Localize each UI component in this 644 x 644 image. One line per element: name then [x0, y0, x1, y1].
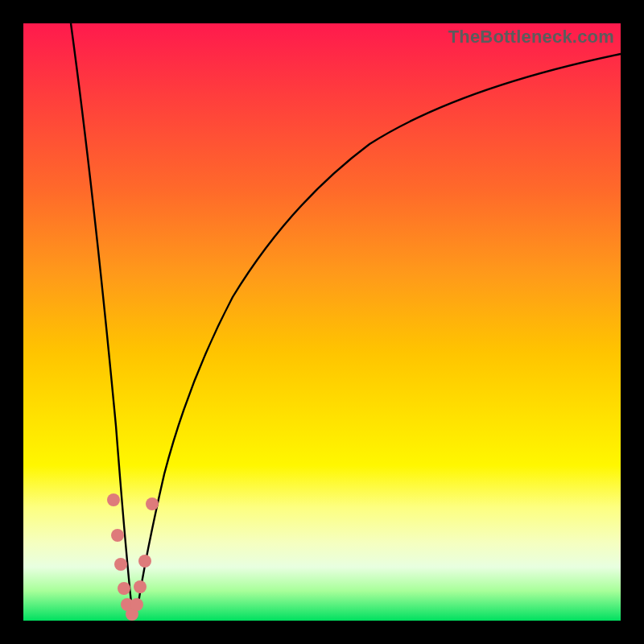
- data-marker: [130, 598, 143, 611]
- chart-svg: [23, 23, 621, 621]
- data-marker: [111, 529, 124, 542]
- plot-area: TheBottleneck.com: [23, 23, 621, 621]
- curve-group: [71, 23, 621, 617]
- data-marker: [107, 493, 120, 506]
- data-marker: [146, 497, 159, 510]
- curve-left: [71, 23, 134, 617]
- data-marker: [118, 582, 130, 595]
- marker-group: [107, 493, 159, 621]
- data-marker: [134, 580, 147, 593]
- curve-right: [138, 54, 621, 608]
- chart-frame: TheBottleneck.com: [0, 0, 644, 644]
- data-marker: [114, 558, 127, 571]
- data-marker: [138, 555, 151, 568]
